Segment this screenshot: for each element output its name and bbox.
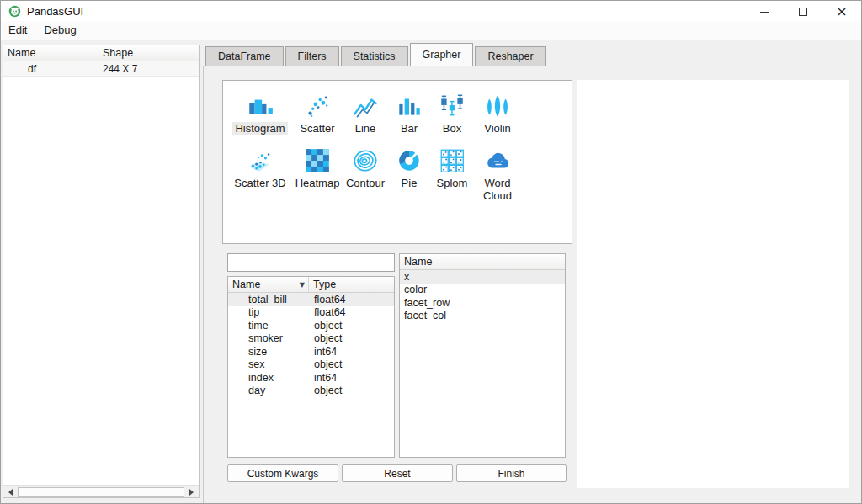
minimize-button[interactable]: [745, 1, 784, 23]
grapher-panel: Histogram: [203, 66, 862, 504]
bar-icon: [395, 92, 423, 120]
dataframes-table-header: Name Shape: [3, 45, 199, 61]
plot-type-line[interactable]: Line: [343, 92, 388, 135]
violin-icon: [483, 92, 512, 120]
dataframes-shape-column-header[interactable]: Shape: [98, 45, 199, 61]
custom-kwargs-button[interactable]: Custom Kwargs: [227, 464, 338, 482]
tab-reshaper[interactable]: Reshaper: [475, 46, 545, 66]
column-search-input[interactable]: [227, 253, 395, 272]
plot-type-splom[interactable]: Splom: [430, 146, 474, 202]
maximize-button[interactable]: [784, 1, 822, 23]
plot-type-label: Word Cloud: [474, 177, 521, 202]
menubar: Edit Debug: [1, 21, 861, 40]
tab-dataframe[interactable]: DataFrame: [205, 46, 284, 66]
column-type-cell: int64: [309, 346, 394, 358]
window-title: PandasGUI: [27, 5, 83, 18]
plot-type-selector: Histogram: [222, 80, 572, 244]
columns-type-column-header[interactable]: Type: [309, 277, 394, 292]
plot-type-scatter[interactable]: Scatter: [292, 92, 343, 135]
column-row-day[interactable]: day object: [228, 385, 394, 398]
dataframes-name-column-header[interactable]: Name: [3, 45, 98, 61]
plot-type-word-cloud[interactable]: Word Cloud: [474, 146, 521, 202]
args-name-column-header[interactable]: Name: [400, 254, 565, 269]
plot-type-label: Bar: [398, 122, 420, 135]
tab-grapher[interactable]: Grapher: [410, 43, 474, 66]
plot-type-label: Box: [440, 122, 464, 135]
arg-row-facet-row[interactable]: facet_row: [400, 296, 565, 310]
heatmap-icon: [303, 146, 332, 175]
pandasgui-logo-icon: [8, 5, 21, 18]
pandasgui-window: PandasGUI × Edit Debug Name Shape df 244…: [0, 0, 862, 504]
columns-table: Name ▼ Type total_bill float64 tip float…: [227, 276, 395, 458]
plot-type-label: Heatmap: [293, 177, 343, 189]
plot-type-label: Histogram: [232, 122, 287, 135]
plot-type-grid: Histogram: [223, 81, 572, 202]
column-name-cell: size: [228, 346, 309, 358]
scrollbar-thumb[interactable]: [18, 487, 184, 497]
plot-type-label: Scatter: [297, 122, 337, 135]
plot-type-scatter-3d[interactable]: Scatter 3D: [228, 146, 292, 202]
box-icon: [438, 92, 466, 120]
maximize-icon: [799, 8, 807, 16]
column-row-sex[interactable]: sex object: [228, 358, 394, 372]
scroll-right-button[interactable]: [186, 486, 199, 498]
column-name-cell: time: [228, 320, 309, 332]
scroll-right-icon: [189, 489, 197, 496]
line-icon: [351, 92, 380, 120]
column-type-cell: float64: [309, 306, 394, 318]
reset-button[interactable]: Reset: [342, 464, 453, 482]
plot-args-list: Name x color facet_row facet_col: [399, 253, 566, 458]
finish-button[interactable]: Finish: [456, 464, 567, 482]
column-row-tip[interactable]: tip float64: [228, 306, 394, 320]
column-type-cell: object: [309, 385, 394, 396]
column-row-total-bill[interactable]: total_bill float64: [228, 293, 394, 306]
column-row-time[interactable]: time object: [228, 319, 394, 332]
plot-type-box[interactable]: Box: [430, 92, 474, 135]
tab-statistics[interactable]: Statistics: [341, 46, 408, 66]
plot-type-label: Splom: [434, 177, 471, 189]
column-row-size[interactable]: size int64: [228, 345, 394, 358]
tabbar: DataFrame Filters Statistics Grapher Res…: [205, 46, 548, 66]
scroll-left-icon: [5, 489, 13, 496]
close-button[interactable]: ×: [822, 1, 861, 23]
plot-type-violin[interactable]: Violin: [474, 92, 521, 135]
pie-icon: [395, 146, 423, 175]
plot-type-pie[interactable]: Pie: [388, 146, 430, 202]
plot-type-histogram[interactable]: Histogram: [228, 92, 292, 135]
plot-type-heatmap[interactable]: Heatmap: [292, 146, 343, 202]
histogram-icon: [246, 92, 274, 120]
columns-table-header: Name ▼ Type: [228, 277, 394, 293]
plot-type-label: Contour: [343, 177, 387, 189]
menu-debug[interactable]: Debug: [44, 22, 82, 39]
minimize-icon: [760, 12, 769, 13]
scroll-left-button[interactable]: [3, 486, 16, 498]
column-type-cell: object: [309, 332, 394, 344]
column-name-cell: total_bill: [228, 294, 309, 305]
plot-type-label: Pie: [399, 177, 420, 189]
scatter-icon: [303, 92, 332, 120]
args-list-header: Name: [400, 254, 565, 270]
column-name-cell: smoker: [228, 332, 309, 344]
arg-row-facet-col[interactable]: facet_col: [400, 310, 565, 323]
columns-name-column-header[interactable]: Name ▼: [228, 277, 309, 292]
plot-type-bar[interactable]: Bar: [388, 92, 430, 135]
scatter-3d-icon: [246, 146, 274, 175]
sort-descending-icon[interactable]: ▼: [300, 281, 305, 289]
column-name-cell: day: [228, 385, 309, 396]
column-name-cell: sex: [228, 358, 309, 370]
plot-type-label: Scatter 3D: [231, 177, 288, 189]
arg-row-x[interactable]: x: [400, 270, 565, 284]
column-row-index[interactable]: index int64: [228, 371, 394, 385]
column-name-cell: tip: [228, 306, 309, 318]
menu-edit[interactable]: Edit: [8, 22, 34, 39]
horizontal-scrollbar[interactable]: [3, 485, 199, 497]
column-type-cell: int64: [309, 372, 394, 384]
plot-type-label: Line: [353, 122, 379, 135]
arg-row-color[interactable]: color: [400, 284, 565, 297]
column-row-smoker[interactable]: smoker object: [228, 332, 394, 346]
plot-type-contour[interactable]: Contour: [343, 146, 388, 202]
tab-filters[interactable]: Filters: [285, 46, 339, 66]
dataframe-row-df[interactable]: df 244 X 7: [3, 61, 199, 77]
close-icon: ×: [836, 5, 847, 19]
dataframes-panel: Name Shape df 244 X 7: [3, 45, 200, 498]
